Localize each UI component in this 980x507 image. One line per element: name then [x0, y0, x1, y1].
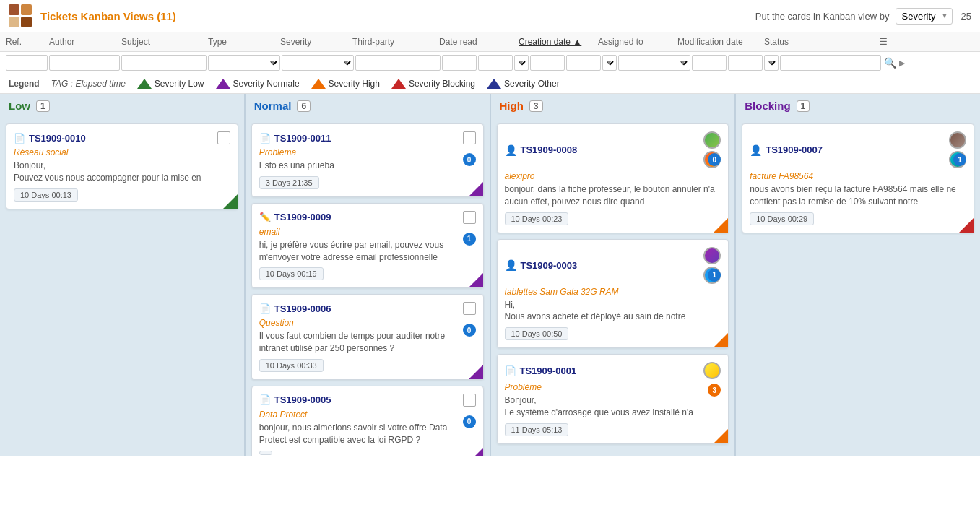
card-checkbox[interactable] — [463, 211, 476, 224]
severity-low-icon — [137, 79, 152, 89]
ticket-card-ts1909-0006[interactable]: 📄 TS1909-0006 Question Il vous faut comb… — [251, 294, 484, 380]
card-ref: 📄 TS1909-0001 — [505, 365, 577, 376]
card-body: Bonjour,Le système d'arrosage que vous a… — [505, 394, 721, 419]
card-ref-text: TS1909-0008 — [521, 144, 578, 155]
filter-dateread-from-input[interactable] — [442, 55, 477, 71]
filter-author-input[interactable] — [49, 55, 120, 71]
col-header-third-party: Third-party — [352, 37, 439, 47]
kanban-column-low: Low 1 📄 TS1909-0010 Réseau social Bonjou… — [0, 94, 246, 456]
card-checkbox[interactable] — [463, 394, 476, 407]
list-header: Ref. Author Subject Type Severity Third-… — [0, 32, 980, 52]
filter-third-party-input[interactable] — [355, 55, 441, 71]
filter-ref-input[interactable] — [6, 55, 48, 71]
card-body: Hi,Nous avons acheté et déployé au sain … — [505, 299, 721, 324]
kanban-column-high: High 3 👤 TS1909-0008 alexipro bonjour, d — [491, 94, 737, 456]
filter-creation-from-input[interactable] — [530, 55, 565, 71]
card-ref-text: TS1909-0001 — [520, 365, 577, 376]
filter-creation-cal[interactable] — [602, 55, 617, 71]
filter-moddate-cal[interactable] — [764, 55, 779, 71]
legend-other: Severity Other — [487, 79, 560, 89]
card-badge: 1 — [463, 233, 476, 246]
card-body: nous avons bien reçu la facture FA98564 … — [750, 183, 966, 208]
legend-low: Severity Low — [137, 79, 204, 89]
filter-type-select[interactable] — [208, 55, 280, 71]
card-subject: tablettes Sam Gala 32G RAM — [505, 287, 721, 297]
filter-moddate-from-input[interactable] — [692, 55, 727, 71]
ticket-card-ts1909-0007[interactable]: 👤 TS1909-0007 facture FA98564 nous avons… — [742, 124, 974, 233]
card-subject: facture FA98564 — [750, 171, 966, 181]
filter-assigned-select[interactable] — [618, 55, 690, 71]
filter-next-arrow[interactable]: ▶ — [899, 58, 905, 68]
kanban-view-selector: Put the cards in Kanban view by Severity… — [755, 8, 953, 25]
filter-status-input[interactable] — [780, 55, 881, 71]
card-corner-indicator — [223, 194, 238, 209]
card-avatars — [703, 362, 721, 379]
card-header: 👤 TS1909-0008 — [505, 131, 721, 168]
avatar-1 — [949, 131, 966, 149]
card-corner-indicator — [714, 333, 728, 347]
viewby-label: Put the cards in Kanban view by — [755, 11, 890, 22]
card-ref-icon: 👤 — [505, 144, 517, 156]
card-ref: ✏️ TS1909-0009 — [259, 212, 331, 222]
col-header-modification-date: Modification date — [677, 37, 764, 47]
column-count-high: 3 — [529, 100, 543, 112]
column-cards-blocking: 👤 TS1909-0007 facture FA98564 nous avons… — [736, 118, 980, 239]
card-ref-icon: 👤 — [505, 259, 517, 271]
filter-creation-cal-select[interactable] — [602, 55, 617, 71]
card-header: 👤 TS1909-0007 — [750, 131, 966, 168]
col-header-type: Type — [208, 37, 280, 47]
filter-search-icon[interactable]: 🔍 — [884, 57, 896, 69]
card-ref-text: TS1909-0007 — [766, 144, 823, 155]
kanban-column-normal: Normal 6 📄 TS1909-0011 Problema Esto es … — [246, 94, 491, 456]
card-time: 10 Days 00:50 — [505, 327, 569, 340]
col-header-creation-date[interactable]: Creation date ▲ — [519, 37, 598, 47]
creation-date-sort[interactable]: Creation date ▲ — [519, 37, 581, 47]
filter-dateread-cal-select[interactable] — [514, 55, 529, 71]
legend-tag: TAG : Elapsed time — [51, 79, 126, 89]
card-header: 👤 TS1909-0003 — [505, 247, 721, 284]
card-corner-indicator — [469, 182, 483, 196]
legend-normale-label: Severity Normale — [233, 79, 300, 89]
card-time: 10 Days 00:33 — [259, 359, 324, 372]
card-ref-text: TS1909-0006 — [274, 303, 331, 314]
card-corner-indicator — [469, 365, 483, 379]
filter-type-select-wrapper[interactable] — [208, 55, 280, 71]
column-count-blocking: 1 — [797, 100, 810, 112]
card-subject: alexipro — [505, 171, 721, 181]
severity-blocking-icon — [391, 79, 406, 89]
card-checkbox[interactable] — [463, 302, 476, 315]
card-checkbox[interactable] — [463, 131, 476, 144]
ticket-card-ts1909-0008[interactable]: 👤 TS1909-0008 alexipro bonjour, dans la … — [497, 124, 729, 233]
kanban-field-select[interactable]: Severity Status Type — [896, 8, 953, 25]
ticket-card-ts1909-0010[interactable]: 📄 TS1909-0010 Réseau social Bonjour,Pouv… — [6, 124, 238, 209]
column-cards-high: 👤 TS1909-0008 alexipro bonjour, dans la … — [491, 118, 735, 450]
filter-dateread-cal[interactable] — [514, 55, 529, 71]
card-ref-text: TS1909-0010 — [29, 133, 86, 144]
filter-subject-input[interactable] — [121, 55, 207, 71]
filter-dateread-to-input[interactable] — [478, 55, 513, 71]
card-checkbox[interactable] — [217, 131, 230, 144]
ticket-card-ts1909-0003[interactable]: 👤 TS1909-0003 tablettes Sam Gala 32G RAM… — [497, 239, 729, 349]
card-ref-icon: 📄 — [259, 394, 271, 405]
filter-assigned-select-wrapper[interactable] — [618, 55, 690, 71]
legend-bar: Legend TAG : Elapsed time Severity Low S… — [0, 74, 980, 94]
card-ref-text: TS1909-0011 — [274, 133, 331, 144]
col-header-menu[interactable]: ☰ — [880, 37, 901, 47]
filter-severity-select[interactable] — [282, 55, 354, 71]
legend-blocking: Severity Blocking — [391, 79, 475, 89]
card-corner-indicator — [469, 448, 483, 456]
kanban-field-select-wrapper[interactable]: Severity Status Type — [896, 8, 953, 25]
column-menu-icon[interactable]: ☰ — [880, 37, 888, 47]
card-footer: 10 Days 00:13 — [14, 188, 230, 202]
filter-creation-to-input[interactable] — [566, 55, 601, 71]
ticket-card-ts1909-0005[interactable]: 📄 TS1909-0005 Data Protect bonjour, nous… — [251, 386, 484, 456]
filter-moddate-cal-select[interactable] — [764, 55, 779, 71]
card-subject: Problème — [505, 382, 721, 392]
ticket-card-ts1909-0009[interactable]: ✏️ TS1909-0009 email hi, je préfère vous… — [251, 203, 484, 289]
ticket-card-ts1909-0011[interactable]: 📄 TS1909-0011 Problema Esto es una prueb… — [251, 124, 484, 197]
filter-moddate-to-input[interactable] — [728, 55, 763, 71]
ticket-card-ts1909-0001[interactable]: 📄 TS1909-0001 Problème Bonjour,Le systèm… — [497, 354, 729, 444]
card-time: 11 Days 05:13 — [505, 423, 569, 436]
filter-severity-select-wrapper[interactable] — [282, 55, 354, 71]
legend-normale: Severity Normale — [216, 79, 300, 89]
